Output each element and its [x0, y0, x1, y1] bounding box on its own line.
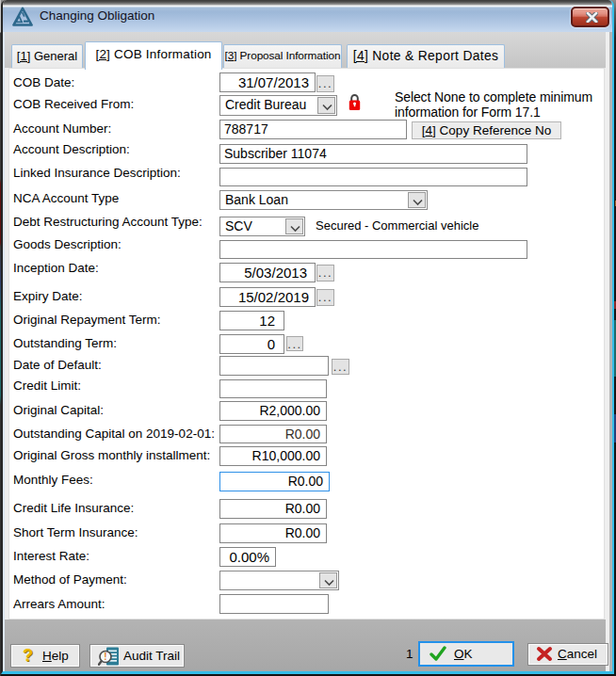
svg-text:!: !: [104, 652, 106, 662]
